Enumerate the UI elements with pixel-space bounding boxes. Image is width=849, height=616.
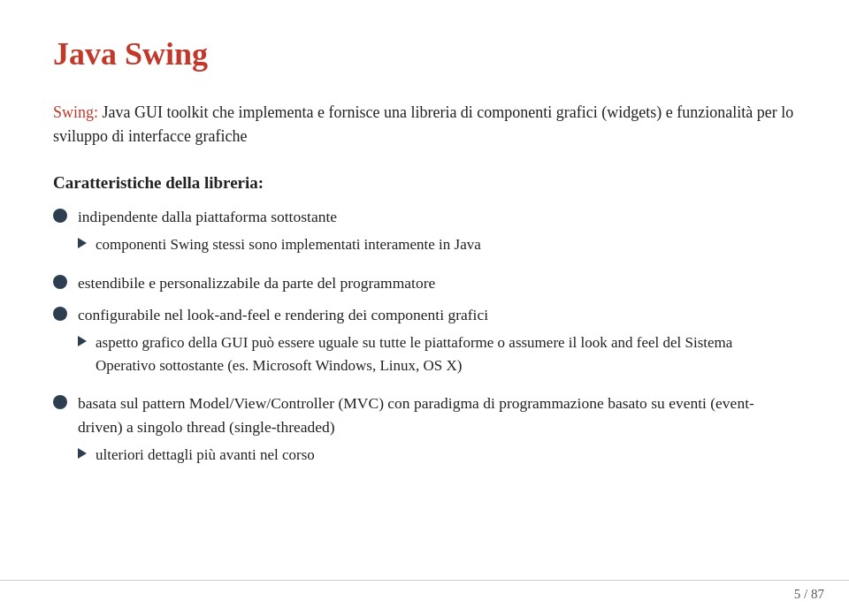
arrow-icon-4-1 bbox=[78, 448, 87, 459]
intro-keyword: Swing: bbox=[53, 103, 98, 121]
bullet-item-4: basata sul pattern Model/View/Controller… bbox=[53, 392, 796, 472]
bottom-divider bbox=[0, 580, 849, 581]
bullet-item-2: estendibile e personalizzabile da parte … bbox=[53, 271, 796, 294]
arrow-icon-1-1 bbox=[78, 238, 87, 248]
bullet-dot-2 bbox=[53, 275, 67, 289]
main-bullet-list: indipendente dalla piattaforma sottostan… bbox=[53, 205, 796, 472]
bullet-item-3: configurabile nel look-and-feel e render… bbox=[53, 303, 796, 383]
section-title: Caratteristiche della libreria: bbox=[53, 173, 796, 193]
sub-text-4-1: ulteriori dettagli più avanti nel corso bbox=[96, 444, 796, 467]
bullet-content-1: indipendente dalla piattaforma sottostan… bbox=[78, 205, 796, 262]
bullet-dot-4 bbox=[53, 395, 67, 409]
sub-item-3-1: aspetto grafico della GUI può essere ugu… bbox=[78, 331, 796, 376]
bullet-dot-1 bbox=[53, 209, 67, 223]
bullet-item-1: indipendente dalla piattaforma sottostan… bbox=[53, 205, 796, 262]
intro-paragraph: Swing: Java GUI toolkit che implementa e… bbox=[53, 101, 796, 148]
bullet-content-3: configurabile nel look-and-feel e render… bbox=[78, 303, 796, 383]
bullet-content-2: estendibile e personalizzabile da parte … bbox=[78, 271, 796, 294]
bullet-dot-3 bbox=[53, 307, 67, 321]
sub-item-4-1: ulteriori dettagli più avanti nel corso bbox=[78, 444, 796, 467]
slide: Java Swing Swing: Java GUI toolkit che i… bbox=[0, 0, 849, 616]
page-number: 5 / 87 bbox=[794, 587, 824, 602]
intro-text: Java GUI toolkit che implementa e fornis… bbox=[53, 103, 793, 145]
sub-list-3: aspetto grafico della GUI può essere ugu… bbox=[78, 331, 796, 376]
sub-item-1-1: componenti Swing stessi sono implementat… bbox=[78, 233, 796, 256]
slide-title: Java Swing bbox=[53, 35, 796, 72]
bullet-content-4: basata sul pattern Model/View/Controller… bbox=[78, 392, 796, 472]
sub-text-1-1: componenti Swing stessi sono implementat… bbox=[96, 233, 796, 256]
sub-list-1: componenti Swing stessi sono implementat… bbox=[78, 233, 796, 256]
bullet-text-3: configurabile nel look-and-feel e render… bbox=[78, 306, 488, 323]
bullet-text-4: basata sul pattern Model/View/Controller… bbox=[78, 394, 754, 435]
arrow-icon-3-1 bbox=[78, 336, 87, 346]
bullet-text-1: indipendente dalla piattaforma sottostan… bbox=[78, 208, 337, 225]
bullet-text-2: estendibile e personalizzabile da parte … bbox=[78, 274, 435, 292]
sub-list-4: ulteriori dettagli più avanti nel corso bbox=[78, 444, 796, 467]
sub-text-3-1: aspetto grafico della GUI può essere ugu… bbox=[96, 331, 796, 376]
